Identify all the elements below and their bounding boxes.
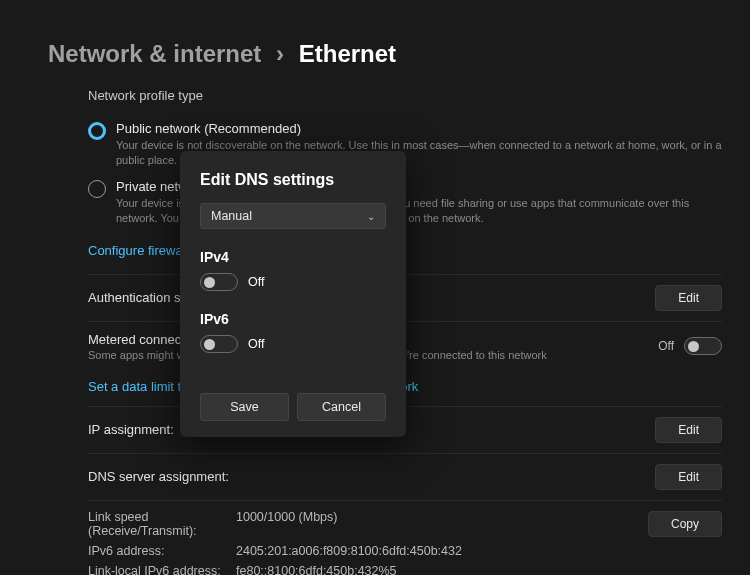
- breadcrumb-current: Ethernet: [299, 40, 396, 67]
- metered-state: Off: [658, 339, 674, 353]
- copy-properties-button[interactable]: Copy: [648, 511, 722, 537]
- network-profile-label: Network profile type: [88, 88, 722, 103]
- dns-mode-select[interactable]: Manual ⌄: [200, 203, 386, 229]
- row-dns-assignment: DNS server assignment: Edit: [88, 453, 722, 500]
- prop-link-local-ipv6: Link-local IPv6 address:fe80::8100:6dfd:…: [88, 561, 648, 575]
- breadcrumb: Network & internet › Ethernet: [0, 0, 750, 68]
- ipv6-state: Off: [248, 337, 264, 351]
- ipv6-label: IPv6: [200, 311, 386, 327]
- chevron-down-icon: ⌄: [367, 211, 375, 222]
- dialog-title: Edit DNS settings: [200, 171, 386, 189]
- dns-assignment-label: DNS server assignment:: [88, 469, 229, 484]
- breadcrumb-separator: ›: [276, 40, 284, 67]
- ipv6-toggle[interactable]: [200, 335, 238, 353]
- edit-ip-button[interactable]: Edit: [655, 417, 722, 443]
- breadcrumb-parent[interactable]: Network & internet: [48, 40, 261, 67]
- ipv4-toggle[interactable]: [200, 273, 238, 291]
- edit-auth-button[interactable]: Edit: [655, 285, 722, 311]
- save-button[interactable]: Save: [200, 393, 289, 421]
- radio-unselected-icon[interactable]: [88, 180, 106, 198]
- edit-dns-button[interactable]: Edit: [655, 464, 722, 490]
- cancel-button[interactable]: Cancel: [297, 393, 386, 421]
- edit-dns-dialog: Edit DNS settings Manual ⌄ IPv4 Off IPv6…: [180, 151, 406, 437]
- prop-ipv6-address: IPv6 address:2405:201:a006:f809:8100:6df…: [88, 541, 648, 561]
- metered-toggle[interactable]: [684, 337, 722, 355]
- radio-selected-icon[interactable]: [88, 122, 106, 140]
- public-network-title: Public network (Recommended): [116, 121, 722, 136]
- ipv4-label: IPv4: [200, 249, 386, 265]
- ip-assignment-label: IP assignment:: [88, 422, 174, 437]
- prop-link-speed: Link speed (Receive/Transmit):1000/1000 …: [88, 507, 648, 541]
- dns-mode-value: Manual: [211, 209, 252, 223]
- ipv4-state: Off: [248, 275, 264, 289]
